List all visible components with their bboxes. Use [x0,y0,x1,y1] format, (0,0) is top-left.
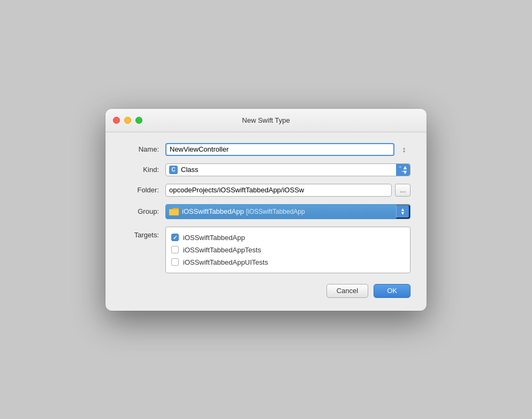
maximize-button[interactable] [135,117,142,124]
button-row: Cancel OK [121,282,411,298]
target-checkbox-2[interactable] [171,258,179,266]
kind-dropdown-button[interactable]: ▲ ▼ [396,164,410,176]
group-bracket-text: [iOSSwiftTabbedApp [246,208,305,215]
targets-row: Targets: iOSSwiftTabbedApp iOSSwiftTabbe… [121,227,411,273]
name-row: Name: ↕ [121,143,411,156]
group-label: Group: [121,207,159,215]
group-chevron-icon: ▲ ▼ [400,207,405,216]
new-swift-type-dialog: New Swift Type Name: ↕ Kind: C Class [105,109,427,311]
kind-label: Kind: [121,166,159,174]
folder-input[interactable] [165,184,392,197]
folder-label: Folder: [121,186,159,194]
target-label-0: iOSSwiftTabbedApp [183,234,245,242]
dialog-body: Name: ↕ Kind: C Class ▲ ▼ [105,132,427,311]
folder-control-wrap: ... [165,184,411,197]
titlebar: New Swift Type [105,109,427,132]
group-row: Group: iOSSwiftTabbedApp [iOSSwiftTabbed… [121,204,411,219]
cancel-button[interactable]: Cancel [326,284,368,298]
browse-button[interactable]: ... [395,184,411,197]
target-checkbox-1[interactable] [171,246,179,253]
list-item: iOSSwiftTabbedAppUITests [171,256,405,268]
titlebar-buttons [113,117,142,124]
list-item: iOSSwiftTabbedApp [171,231,405,244]
name-input[interactable] [165,143,394,156]
chevron-arrows-icon: ▲ ▼ [402,164,408,176]
target-label-2: iOSSwiftTabbedAppUITests [183,258,268,266]
close-button[interactable] [113,117,120,124]
targets-label: Targets: [121,227,159,239]
kind-class-icon: C [169,166,178,174]
sort-button[interactable]: ↕ [398,143,411,156]
folder-row: Folder: ... [121,184,411,197]
folder-icon [169,208,179,215]
dialog-title: New Swift Type [242,116,290,124]
target-label-1: iOSSwiftTabbedAppTests [183,246,261,254]
kind-display[interactable]: C Class ▲ ▼ [165,163,411,176]
targets-list: iOSSwiftTabbedApp iOSSwiftTabbedAppTests… [165,227,411,273]
group-dropdown-button[interactable]: ▲ ▼ [396,205,410,219]
kind-select-wrap[interactable]: C Class ▲ ▼ [165,163,411,176]
group-display[interactable]: iOSSwiftTabbedApp [iOSSwiftTabbedApp ▲ ▼ [165,204,411,219]
group-control-wrap: iOSSwiftTabbedApp [iOSSwiftTabbedApp ▲ ▼ [165,204,411,219]
kind-value-text: Class [181,166,199,174]
list-item: iOSSwiftTabbedAppTests [171,244,405,256]
kind-control-wrap: C Class ▲ ▼ [165,163,411,176]
name-label: Name: [121,145,159,153]
minimize-button[interactable] [124,117,131,124]
group-select-wrap[interactable]: iOSSwiftTabbedApp [iOSSwiftTabbedApp ▲ ▼ [165,204,411,219]
group-value-text: iOSSwiftTabbedApp [182,207,244,215]
name-control-wrap: ↕ [165,143,411,156]
ok-button[interactable]: OK [374,284,411,298]
kind-row: Kind: C Class ▲ ▼ [121,163,411,176]
target-checkbox-0[interactable] [171,234,179,241]
